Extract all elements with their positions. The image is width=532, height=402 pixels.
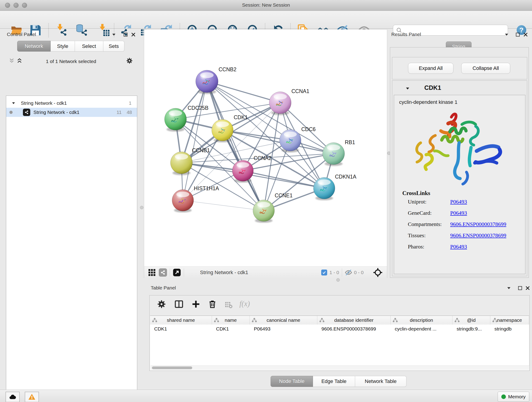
node-label-CDKN1A: CDKN1A	[335, 174, 356, 180]
collapse-all-networks-icon[interactable]	[9, 58, 15, 64]
warnings-button[interactable]	[25, 392, 39, 402]
control-panel-menu-icon[interactable]	[112, 32, 117, 38]
node-label-CCNA1: CCNA1	[291, 88, 309, 94]
network-list: String Network - cdk1 1 String Network -…	[6, 96, 137, 402]
status-bar: Memory	[0, 390, 532, 402]
column-header-canonical-name[interactable]: canonical name	[250, 316, 317, 325]
expand-collapse-bar: Expand All Collapse All	[392, 57, 527, 79]
control-panel-close-icon[interactable]	[131, 32, 136, 37]
memory-button[interactable]: Memory	[498, 392, 529, 402]
collection-count: 1	[129, 100, 132, 106]
expand-all-button[interactable]: Expand All	[408, 63, 453, 74]
table-options-gear-icon[interactable]	[157, 300, 166, 309]
function-builder-fx-disabled: f(x)	[239, 300, 250, 308]
network-panel-options-gear-icon[interactable]	[126, 57, 133, 64]
crosslink-label: Pharos:	[408, 244, 450, 250]
crosslink-value-link[interactable]: P06493	[450, 199, 467, 205]
column-header-shared-name[interactable]: shared name	[150, 316, 212, 325]
edge-CDK1-RB1[interactable]	[222, 130, 334, 153]
scrollbar-thumb[interactable]	[152, 366, 192, 369]
table-panel-tabs: Node Table Edge Table Network Table	[271, 376, 406, 386]
network-view-title: String Network - cdk1	[200, 269, 248, 275]
horizontal-splitter-handle[interactable]	[336, 278, 340, 282]
table-horizontal-scrollbar[interactable]	[151, 366, 530, 370]
network-row-selected[interactable]: String Network - cdk1 11 48	[6, 108, 137, 117]
expand-all-networks-icon[interactable]	[17, 58, 22, 64]
show-columns-icon[interactable]	[174, 300, 184, 309]
table-panel-float-icon[interactable]	[518, 286, 523, 291]
cell-shared-name[interactable]: CDK1	[150, 325, 212, 333]
cell-canonical-name[interactable]: P06493	[250, 325, 317, 333]
tab-network-table[interactable]: Network Table	[355, 376, 406, 387]
results-panel-close-icon[interactable]	[523, 32, 528, 37]
add-column-icon[interactable]	[191, 300, 201, 309]
string-view-badge[interactable]	[159, 268, 167, 277]
delete-column-trash-icon[interactable]	[208, 300, 217, 309]
crosslink-row: Pharos:P06493	[408, 244, 522, 250]
crosslink-value-link[interactable]: 9606.ENSP00000378699	[450, 232, 506, 239]
selected-checkbox[interactable]	[321, 269, 327, 275]
column-header-database-identifier[interactable]: database identifier	[317, 316, 391, 325]
column-header--id[interactable]: @id	[452, 316, 490, 325]
protein-section: CDK1 cyclin-dependent kinase 1	[392, 80, 527, 276]
results-panel-float-icon[interactable]	[515, 32, 520, 37]
cell-name[interactable]: CDK1	[212, 325, 250, 333]
protein-name: CDK1	[424, 84, 441, 91]
edge-CCNB2-CCNA1[interactable]	[207, 81, 280, 103]
control-panel-tabs: Network Style Select Sets	[17, 41, 124, 51]
network-node-count: 11	[117, 109, 122, 115]
edge-CCNE1-HIST1H1A[interactable]	[183, 200, 264, 211]
network-selection-status: 1 of 1 Network selected	[30, 59, 112, 64]
delete-table-icon-disabled	[224, 300, 233, 309]
protein-detail-box: cyclin-dependent kinase 1	[394, 95, 525, 274]
column-header-name[interactable]: name	[212, 316, 250, 325]
table-panel-box: f(x) shared namenamecanonical namedataba…	[149, 295, 530, 371]
edge-CCNB2-RB1[interactable]	[207, 81, 334, 153]
tab-select[interactable]: Select	[75, 41, 103, 51]
detach-view-icon[interactable]	[173, 268, 181, 277]
results-panel-menu-icon[interactable]	[505, 32, 510, 38]
protein-collapse-icon[interactable]	[405, 86, 410, 90]
cell--id[interactable]: stringdb:9...	[452, 325, 490, 333]
network-collection-row[interactable]: String Network - cdk1 1	[6, 99, 137, 108]
protein-description: cyclin-dependent kinase 1	[399, 99, 457, 105]
network-view-toolbar: String Network - cdk1 1 - 0 0 - 0	[144, 267, 387, 278]
cell-description[interactable]: cyclin-dependent ...	[391, 325, 452, 333]
node-label-RB1: RB1	[345, 139, 355, 145]
crosslink-value-link[interactable]: P06493	[450, 244, 467, 250]
table-panel-close-icon[interactable]	[525, 286, 530, 291]
tab-network[interactable]: Network	[17, 41, 51, 51]
table-panel-menu-icon[interactable]	[507, 286, 512, 291]
tab-style[interactable]: Style	[51, 41, 75, 51]
crosslink-value-link[interactable]: 9606.ENSP00000378699	[450, 221, 506, 227]
collapse-all-button[interactable]: Collapse All	[461, 63, 510, 74]
node-label-CDK1: CDK1	[234, 114, 248, 120]
string-results-content: Expand All Collapse All CDK1 cyclin-depe…	[390, 47, 529, 278]
crosslink-value-link[interactable]: P06493	[450, 210, 467, 216]
node-label-CCNA2: CCNA2	[254, 155, 272, 161]
cell-database-identifier[interactable]: 9606.ENSP00000378699	[317, 325, 391, 333]
vertical-splitter-handle[interactable]	[140, 206, 143, 209]
network-canvas[interactable]: CCNB2CCNA1CDC25BCDK1CDC6RB1CCNB1CCNA2CDK…	[144, 30, 387, 267]
node-label-CCNE1: CCNE1	[275, 192, 293, 198]
tab-node-table[interactable]: Node Table	[271, 376, 313, 387]
tab-sets[interactable]: Sets	[103, 41, 124, 51]
birdseye-crosshair-icon[interactable]	[373, 268, 383, 278]
tree-icon	[319, 317, 325, 323]
tree-icon	[152, 317, 157, 323]
control-panel: Control Panel Network Style Select Sets …	[0, 28, 140, 390]
control-panel-float-icon[interactable]	[123, 32, 128, 37]
selected-count: 1 - 0	[329, 270, 339, 275]
control-panel-title: Control Panel	[7, 32, 36, 37]
view-grid-icon[interactable]	[148, 268, 156, 277]
tab-edge-table[interactable]: Edge Table	[313, 376, 355, 387]
edge-CCNA2-CDKN1A[interactable]	[243, 171, 324, 188]
cloud-status-button[interactable]	[6, 392, 20, 402]
column-header-description[interactable]: description	[391, 316, 452, 325]
titlebar: Session: New Session	[0, 0, 532, 11]
cell-namespace[interactable]: stringdb	[490, 325, 529, 333]
main-toolbar: ?	[0, 11, 532, 29]
node-table: shared namenamecanonical namedatabase id…	[150, 316, 529, 370]
column-header-namespace[interactable]: namespace	[490, 316, 529, 325]
hidden-eye-slash-icon	[345, 269, 352, 276]
